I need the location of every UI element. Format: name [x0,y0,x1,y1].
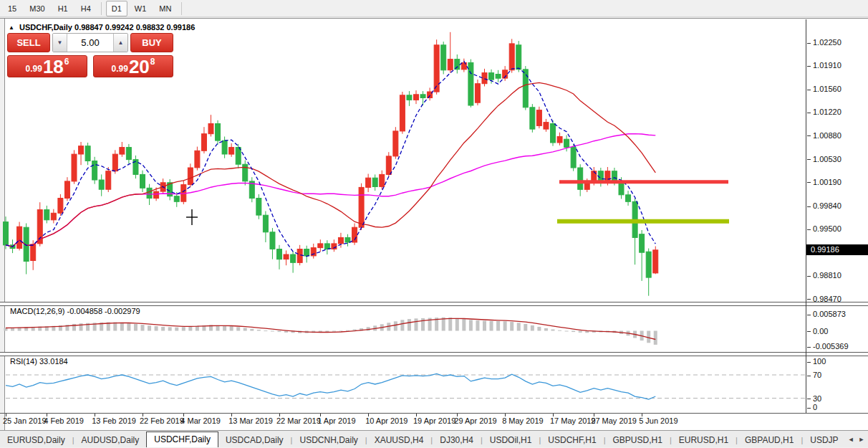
date-axis-label: 22 Feb 2019 [140,416,184,425]
price-axis-tick: 1.00880 [807,130,842,140]
buy-price-big: 20 [129,58,150,75]
buy-button[interactable]: BUY [130,33,173,52]
tab-scroll-left-icon[interactable]: ◄ [846,436,857,443]
date-axis-label: 5 Jun 2019 [639,416,677,425]
rsi-name: RSI(14) [10,357,37,366]
tab-xauusd-h4[interactable]: XAUUSD,H4 [367,434,431,447]
timeframe-h4[interactable]: H4 [75,1,97,16]
ohlc-high: 0.99242 [105,23,134,32]
price-axis-tick: 1.01220 [807,107,842,117]
ohlc-low: 0.98832 [136,23,165,32]
tab-scroll-buttons: ◄► [846,431,868,447]
tab-usdjp[interactable]: USDJP [803,434,845,447]
macd-label: MACD(12,26,9) -0.004858 -0.002979 [10,307,140,315]
macd-axis-tick: 0.00 [807,326,828,336]
tab-audusd-daily[interactable]: AUDUSD,Daily [74,434,147,447]
date-axis-label: 29 Apr 2019 [454,416,496,425]
price-axis-tick: 1.01560 [807,84,842,94]
tab-usdchf-h1[interactable]: USDCHF,H1 [541,434,603,447]
date-axis-label: 19 Apr 2019 [413,416,455,425]
ohlc-open: 0.98847 [74,23,103,32]
date-axis-label: 22 Mar 2019 [276,416,321,425]
rsi-axis-tick: 100 [807,356,826,366]
timeframe-15[interactable]: 15 [2,1,22,16]
sell-price-prefix: 0.99 [26,64,42,74]
price-axis-border [806,19,806,413]
sell-price-sup: 6 [64,57,69,67]
date-axis-label: 4 Mar 2019 [180,416,221,425]
date-axis-label: 25 Jan 2019 [3,416,47,425]
current-price-tag: 0.99186 [806,244,868,255]
timeframe-h1[interactable]: H1 [52,1,74,16]
rsi-value: 33.0184 [39,357,68,366]
tab-eurusd-daily[interactable]: EURUSD,Daily [0,434,72,447]
sell-price-button[interactable]: 0.99 18 6 [7,55,87,77]
macd-main-value: -0.004858 [67,307,102,315]
price-axis-tick: 0.98470 [807,294,842,304]
volume-decrease-button[interactable]: ▼ [53,34,67,52]
ohlc-close: 0.99186 [167,23,196,32]
rsi-label: RSI(14) 33.0184 [10,357,68,366]
toolbar-separator [101,2,102,15]
date-axis-label: 10 Apr 2019 [365,416,408,425]
sell-price-big: 18 [43,58,64,75]
price-axis-tick: 1.00190 [807,177,842,187]
timeframe-d1[interactable]: D1 [106,1,127,16]
tab-usdoil-h1[interactable]: USDOil,H1 [483,434,539,447]
tab-usdcnh-daily[interactable]: USDCNH,Daily [292,434,365,447]
macd-axis-tick: -0.005369 [807,341,849,351]
price-axis-tick: 0.99500 [807,224,842,234]
tab-usdchf-daily[interactable]: USDCHF,Daily [146,432,218,447]
tab-usdcad-daily[interactable]: USDCAD,Daily [218,434,291,447]
date-axis-label: 13 Feb 2019 [92,416,136,425]
chart-symbol: USDCHF,Daily [19,23,72,32]
price-axis-tick: 0.99840 [807,201,842,211]
buy-price-sup: 8 [150,57,155,67]
chart-tab-bar: EURUSD,Daily|AUDUSD,DailyUSDCHF,DailyUSD… [0,430,868,447]
rsi-axis-tick: 0 [807,402,817,412]
sell-button[interactable]: SELL [7,33,50,52]
volume-input[interactable]: 5.00 [67,34,113,52]
date-axis-border [0,413,868,414]
collapse-panel-icon[interactable]: ▲ [9,24,14,31]
timeframe-toolbar: 15M30H1H4D1W1MN [0,0,868,17]
chart-header: ▲ USDCHF,Daily 0.98847 0.99242 0.98832 0… [9,23,195,32]
date-axis-label: 13 Mar 2019 [228,416,273,425]
rsi-pane[interactable] [0,355,806,413]
buy-price-prefix: 0.99 [112,64,128,74]
rsi-axis-tick: 70 [807,370,821,380]
cross-marker [186,209,198,225]
timeframe-m30[interactable]: M30 [24,1,50,16]
tab-scroll-right-icon[interactable]: ► [857,436,867,443]
price-axis-tick: 1.00530 [807,154,842,164]
volume-group: ▼ 5.00 ▲ [52,33,128,52]
buy-price-button[interactable]: 0.99 20 8 [93,55,173,77]
date-axis-label: 27 May 2019 [591,416,637,425]
price-axis-tick: 0.98810 [807,270,842,280]
price-axis-tick: 1.01910 [807,60,842,70]
date-axis-label: 8 May 2019 [502,416,543,425]
price-axis-tick: 1.02250 [807,37,842,47]
tab-gbpaud-h1[interactable]: GBPAUD,H1 [738,434,801,447]
macd-name: MACD(12,26,9) [10,307,64,315]
timeframe-mn[interactable]: MN [153,1,177,16]
tab-dj30-h4[interactable]: DJ30,H4 [433,434,481,447]
tab-eurusd-h1[interactable]: EURUSD,H1 [672,434,736,447]
macd-signal-value: -0.002979 [105,307,140,315]
date-axis-label: 17 May 2019 [550,416,596,425]
tab-gbpusd-h1[interactable]: GBPUSD,H1 [606,434,670,447]
date-axis-label: 4 Feb 2019 [44,416,84,425]
macd-axis-tick: 0.005873 [807,309,846,319]
timeframe-w1[interactable]: W1 [129,1,153,16]
volume-increase-button[interactable]: ▲ [113,34,127,52]
toolbar-separator [181,2,182,15]
one-click-trade-panel: SELL ▼ 5.00 ▲ BUY 0.99 18 6 0.99 20 8 [7,33,173,77]
date-axis-label: 1 Apr 2019 [317,416,355,425]
